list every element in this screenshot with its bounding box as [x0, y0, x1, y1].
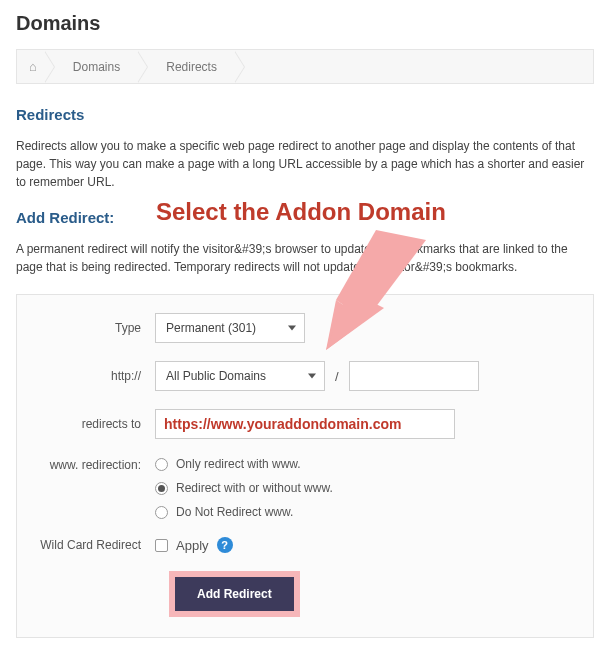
type-select-value: Permanent (301): [166, 321, 256, 335]
redirects-to-input[interactable]: https://www.youraddondomain.com: [155, 409, 455, 439]
www-option-label: Redirect with or without www.: [176, 481, 333, 495]
breadcrumb-domains[interactable]: Domains: [63, 60, 130, 74]
radio-icon: [155, 458, 168, 471]
type-label: Type: [35, 321, 155, 335]
radio-icon: [155, 482, 168, 495]
www-option-only[interactable]: Only redirect with www.: [155, 457, 333, 471]
type-select[interactable]: Permanent (301): [155, 313, 305, 343]
redirects-to-label: redirects to: [35, 417, 155, 431]
section-redirects-desc: Redirects allow you to make a specific w…: [16, 137, 594, 191]
redirect-form: Type Permanent (301) http:// All Public …: [16, 294, 594, 638]
www-option-both[interactable]: Redirect with or without www.: [155, 481, 333, 495]
breadcrumb-separator: [138, 51, 148, 83]
wildcard-apply-label: Apply: [176, 538, 209, 553]
http-label: http://: [35, 369, 155, 383]
breadcrumb-separator: [235, 51, 245, 83]
www-option-label: Only redirect with www.: [176, 457, 301, 471]
submit-highlight: Add Redirect: [169, 571, 300, 617]
breadcrumb-redirects[interactable]: Redirects: [156, 60, 227, 74]
domain-select-value: All Public Domains: [166, 369, 266, 383]
section-redirects-heading: Redirects: [16, 106, 594, 123]
chevron-down-icon: [308, 374, 316, 379]
domain-select[interactable]: All Public Domains: [155, 361, 325, 391]
www-option-none[interactable]: Do Not Redirect www.: [155, 505, 333, 519]
radio-icon: [155, 506, 168, 519]
path-separator: /: [335, 369, 339, 384]
page-title: Domains: [16, 12, 594, 35]
breadcrumb-separator: [45, 51, 55, 83]
home-icon[interactable]: ⌂: [29, 59, 37, 74]
www-option-label: Do Not Redirect www.: [176, 505, 293, 519]
wildcard-label: Wild Card Redirect: [35, 538, 155, 552]
wildcard-apply[interactable]: Apply: [155, 538, 209, 553]
www-redirection-label: www. redirection:: [35, 457, 155, 472]
breadcrumb: ⌂ Domains Redirects: [16, 49, 594, 84]
redirects-to-overlay: https://www.youraddondomain.com: [164, 416, 401, 432]
www-redirection-group: Only redirect with www. Redirect with or…: [155, 457, 333, 519]
help-icon[interactable]: ?: [217, 537, 233, 553]
add-redirect-button[interactable]: Add Redirect: [175, 577, 294, 611]
section-add-redirect-desc: A permanent redirect will notify the vis…: [16, 240, 594, 276]
annotation-text: Select the Addon Domain: [156, 198, 446, 226]
path-input[interactable]: [349, 361, 479, 391]
chevron-down-icon: [288, 326, 296, 331]
checkbox-icon: [155, 539, 168, 552]
